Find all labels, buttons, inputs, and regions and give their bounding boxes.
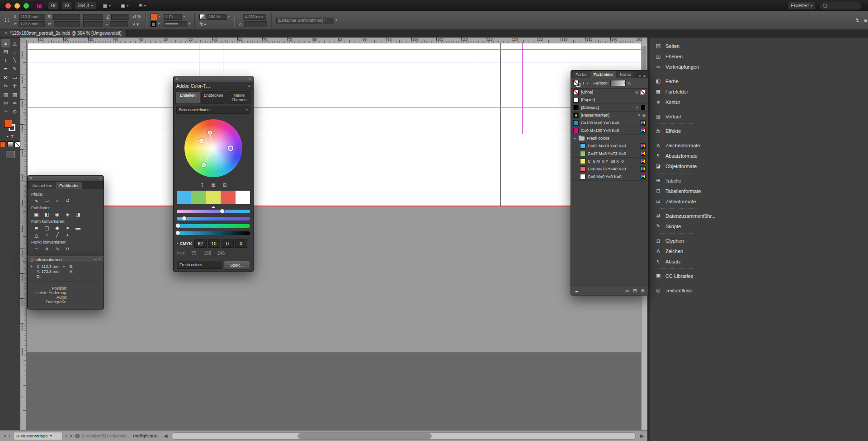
theme-swatch[interactable]	[236, 191, 250, 204]
delete-swatch-icon[interactable]: ⊗	[641, 288, 645, 293]
theme-swatch[interactable]	[191, 191, 206, 204]
apply-none-button[interactable]	[14, 141, 20, 147]
swatch-row[interactable]: C=47 M=0 Y=73 K=0	[571, 150, 648, 158]
dock-item-objektformate[interactable]: ◪Objektformate	[650, 161, 868, 171]
tab-meine-themen[interactable]: Meine Themen	[226, 91, 251, 104]
ruler-guide-horizontal[interactable]	[28, 107, 642, 108]
convert-orthogonal-line-button[interactable]: +	[62, 231, 73, 239]
plain-point-button[interactable]: −	[31, 245, 42, 252]
cyan-slider[interactable]	[177, 208, 250, 215]
convert-line-button[interactable]: ╱	[52, 231, 62, 239]
pencil-tool[interactable]: ✎	[10, 65, 19, 73]
save-theme-button[interactable]: Speic...	[224, 261, 250, 270]
gradient-tool[interactable]: ▥	[1, 90, 10, 99]
type-tool[interactable]: T	[1, 56, 10, 65]
tab-kontur[interactable]: Kontu	[617, 71, 634, 78]
exclude-overlap-button[interactable]: ◈	[62, 211, 73, 218]
smooth-point-button[interactable]: ∿	[52, 245, 62, 252]
convert-bevel-button[interactable]: ◆	[52, 224, 62, 231]
panel-disclosure-icon[interactable]: ◇	[30, 257, 33, 262]
stroke-type-select[interactable]	[164, 21, 187, 27]
zoom-tool[interactable]: ⊙	[10, 108, 19, 116]
stroke-weight-field[interactable]: 1 Pt	[164, 14, 182, 20]
convert-rectangle-button[interactable]: ■	[31, 224, 42, 231]
stock-button[interactable]: St	[61, 2, 72, 9]
color-wheel-marker[interactable]	[199, 139, 203, 143]
fill-swatch[interactable]	[573, 80, 579, 85]
tab-ausrichten[interactable]: Ausrichten	[29, 182, 56, 189]
ruler-guide-horizontal[interactable]	[28, 73, 474, 73]
color-wheel-marker[interactable]	[202, 163, 206, 167]
pen-tool[interactable]: ✒	[1, 65, 10, 73]
gradient-feather-tool[interactable]: ▨	[10, 90, 19, 99]
formatting-affects-text-icon[interactable]: T	[582, 81, 585, 85]
dock-item-tabellenformate[interactable]: ⊟Tabellenformate	[650, 186, 868, 196]
shear-field[interactable]	[110, 21, 128, 27]
formatting-affects-container-icon[interactable]: ▪	[587, 81, 588, 85]
horizontal-scrollbar[interactable]	[172, 432, 636, 440]
formatting-affects-container-icon[interactable]: ▪	[7, 134, 8, 139]
horizontal-ruler[interactable]: 2530354045505560657075808590951001051101…	[26, 37, 647, 43]
dock-item-farbfelder[interactable]: ▦Farbfelder	[650, 86, 868, 97]
dock-item-zeichenformate[interactable]: AZeichenformate	[650, 140, 868, 150]
add-theme-to-swatches-icon[interactable]: ↧	[200, 183, 204, 188]
window-minimize-button[interactable]	[14, 3, 20, 9]
dock-item-verkn-pfungen[interactable]: ∞Verknüpfungen	[650, 61, 868, 72]
flip-vertical-icon[interactable]: ▾	[137, 22, 139, 27]
fill-color-swatch[interactable]	[151, 14, 157, 20]
tab-erstellen[interactable]: Erstellen	[175, 91, 200, 104]
convert-bar-button[interactable]: ▬	[73, 224, 83, 231]
character-panel-tab-icon[interactable]: A	[248, 84, 250, 88]
reverse-path-button[interactable]: ↺	[62, 197, 73, 204]
yellow-slider[interactable]	[177, 222, 250, 230]
subtract-button[interactable]: ◧	[42, 211, 52, 218]
preflight-menu-icon[interactable]: ▾	[160, 434, 161, 438]
intersect-button[interactable]: ◉	[52, 211, 62, 218]
dock-item-zeichen[interactable]: AZeichen	[650, 246, 868, 256]
scroll-right-button[interactable]: ▶	[640, 434, 644, 438]
panel-menu-icon[interactable]: ≡	[643, 74, 646, 78]
close-icon[interactable]: ×	[5, 31, 7, 36]
corner-point-button[interactable]: ∧	[42, 245, 52, 252]
convert-rounded-rect-button[interactable]: ▢	[42, 224, 52, 231]
dock-item-datenzusammenf-hr[interactable]: ⇄Datenzusammenführ...	[650, 211, 868, 221]
ruler-guide-horizontal[interactable]	[28, 62, 642, 62]
previous-page-button[interactable]: ‹	[9, 434, 10, 438]
swatch-row[interactable]: ⊕[Passermarken]×⊕	[571, 112, 648, 119]
close-icon[interactable]: ×	[30, 176, 33, 181]
panel-menu-icon[interactable]: ≡	[99, 257, 101, 262]
swatch-row[interactable]: C=6 M=0 Y=68 K=0	[571, 158, 648, 165]
screen-mode-button[interactable]: ▣ ▾	[118, 2, 132, 9]
vertical-ruler[interactable]: 150155160165170175180185190195200205210	[20, 43, 27, 430]
page-number-select[interactable]: A-Mustervorlage ▾	[13, 432, 63, 440]
panel-titlebar[interactable]: × «	[174, 76, 253, 82]
ruler-guide-horizontal[interactable]	[28, 119, 642, 119]
tab-pathfinder[interactable]: Pathfinder	[56, 182, 82, 189]
convert-triangle-button[interactable]: △	[31, 231, 42, 239]
color-wheel[interactable]	[184, 119, 242, 177]
workspace-switcher[interactable]: Erweitert ▾	[788, 2, 816, 9]
dock-item-ebenen[interactable]: ◫Ebenen	[650, 51, 868, 61]
panel-tab-strip[interactable]: Adobe Color-T… A	[174, 82, 253, 90]
rotation-field[interactable]	[111, 14, 129, 20]
scroll-left-button[interactable]: ◀	[164, 434, 168, 438]
panel-resize-grip[interactable]	[174, 270, 253, 272]
reference-point-proxy[interactable]	[4, 17, 10, 24]
dock-item-tabelle[interactable]: ⊞Tabelle	[650, 175, 868, 186]
corner-radius-field[interactable]: 4,233 mm	[243, 14, 266, 20]
color-rule-select[interactable]: Benutzerdefiniert ▾	[176, 106, 250, 114]
rectangle-tool[interactable]: ▭	[10, 73, 19, 82]
black-slider[interactable]	[177, 230, 250, 237]
minimize-icon[interactable]: –	[94, 257, 97, 262]
color-wheel-marker[interactable]	[228, 145, 233, 151]
document-canvas[interactable]	[26, 43, 647, 430]
swatch-row[interactable]: C=0 M=73 Y=48 K=0	[571, 165, 648, 173]
swatch-row[interactable]: [Ohne]⊘	[571, 89, 648, 96]
close-icon[interactable]: ×	[176, 77, 179, 81]
collapse-icon[interactable]: «	[249, 77, 251, 81]
rotate-ccw-icon[interactable]: ↺	[132, 14, 136, 19]
folder-disclosure-icon[interactable]: ▼	[573, 137, 576, 140]
window-close-button[interactable]	[5, 3, 11, 9]
document-tab[interactable]: × *120x180mm_portrait_2s.indd @ 364 % [U…	[0, 29, 127, 37]
gap-tool[interactable]: ↔	[10, 47, 19, 56]
